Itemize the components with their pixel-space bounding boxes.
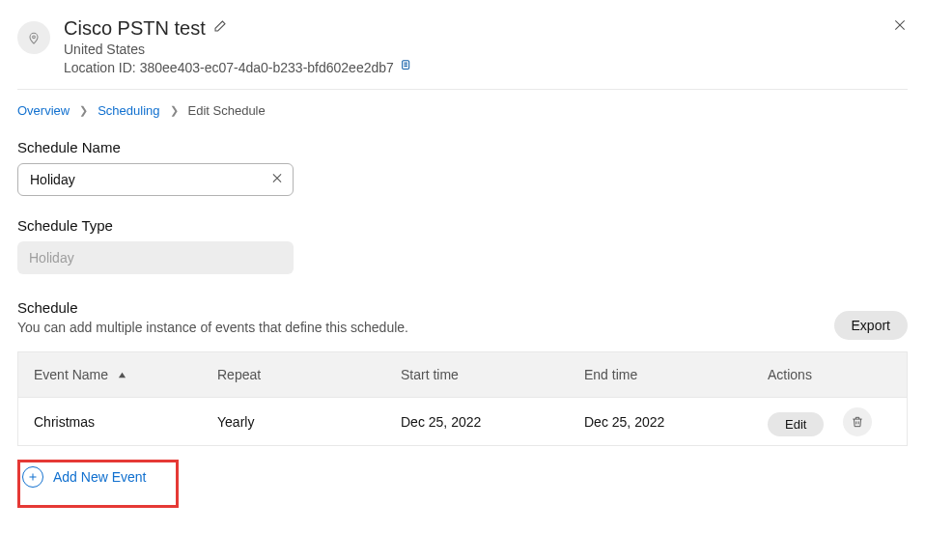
- breadcrumb-current: Edit Schedule: [188, 103, 266, 118]
- location-id-value: 380ee403-ec07-4da0-b233-bfd602ee2db7: [140, 60, 394, 75]
- page-header: Cisco PSTN test United States Location I…: [17, 17, 908, 90]
- country-label: United States: [64, 42, 411, 57]
- col-repeat[interactable]: Repeat: [202, 367, 385, 382]
- cell-event-name: Christmas: [18, 414, 202, 430]
- schedule-name-label: Schedule Name: [17, 139, 908, 155]
- svg-point-0: [33, 36, 36, 39]
- cell-actions: Edit: [752, 407, 907, 436]
- table-header-row: Event Name Repeat Start time End time Ac…: [18, 352, 907, 397]
- edit-title-icon[interactable]: [211, 19, 227, 38]
- chevron-right-icon: ❯: [170, 104, 179, 117]
- events-table: Event Name Repeat Start time End time Ac…: [17, 351, 908, 446]
- schedule-type-readonly: Holiday: [17, 241, 294, 274]
- chevron-right-icon: ❯: [79, 104, 88, 117]
- clear-input-icon[interactable]: [270, 172, 284, 188]
- edit-button[interactable]: Edit: [768, 412, 824, 436]
- schedule-section-desc: You can add multiple instance of events …: [17, 320, 408, 335]
- breadcrumb-scheduling[interactable]: Scheduling: [98, 103, 159, 118]
- schedule-type-label: Schedule Type: [17, 217, 908, 234]
- plus-circle-icon: [22, 466, 43, 488]
- trash-icon: [851, 415, 864, 429]
- cell-start-time: Dec 25, 2022: [385, 414, 569, 430]
- table-row: Christmas Yearly Dec 25, 2022 Dec 25, 20…: [18, 397, 907, 445]
- col-event-name[interactable]: Event Name: [18, 367, 202, 382]
- location-pin-icon: [17, 21, 50, 54]
- add-new-event-button[interactable]: Add New Event: [17, 460, 179, 508]
- copy-location-id-icon[interactable]: [398, 59, 411, 75]
- schedule-name-input[interactable]: [17, 163, 294, 196]
- location-id-label: Location ID:: [64, 60, 136, 75]
- add-new-event-label: Add New Event: [53, 469, 147, 485]
- cell-end-time: Dec 25, 2022: [569, 414, 752, 430]
- col-start-time[interactable]: Start time: [385, 367, 569, 382]
- schedule-section-title: Schedule: [17, 299, 408, 316]
- col-end-time[interactable]: End time: [569, 367, 752, 382]
- col-actions: Actions: [752, 367, 907, 382]
- col-event-name-label: Event Name: [34, 367, 108, 382]
- svg-marker-9: [119, 373, 126, 378]
- page-title: Cisco PSTN test: [64, 17, 206, 40]
- cell-repeat: Yearly: [202, 414, 385, 430]
- export-button[interactable]: Export: [834, 311, 908, 340]
- close-icon[interactable]: [892, 17, 908, 36]
- delete-button[interactable]: [843, 407, 872, 436]
- breadcrumb-overview[interactable]: Overview: [17, 103, 70, 118]
- sort-asc-icon: [118, 367, 126, 382]
- breadcrumb: Overview ❯ Scheduling ❯ Edit Schedule: [17, 103, 908, 118]
